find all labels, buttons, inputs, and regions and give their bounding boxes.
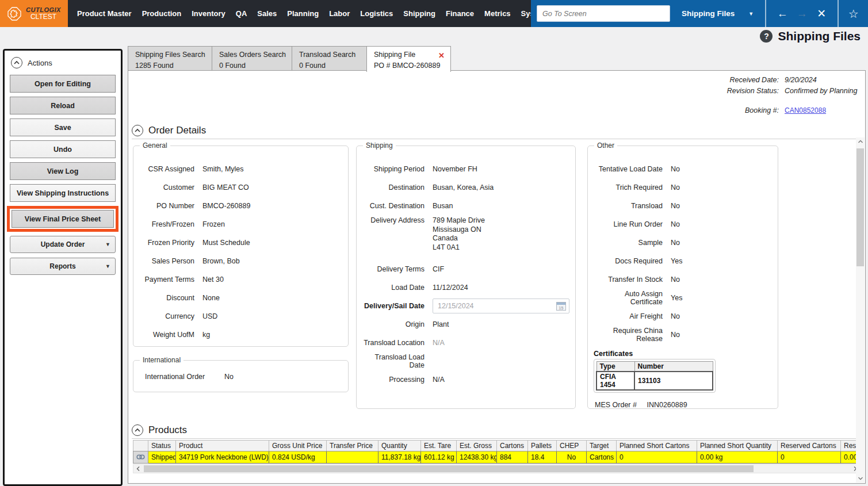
field-row: DiscountNone: [138, 289, 343, 307]
tab-subtitle: 1285 Found: [135, 60, 205, 71]
menu-item-metrics[interactable]: Metrics: [484, 9, 511, 18]
sail-date-input[interactable]: 12/15/2024 15: [433, 299, 569, 313]
field-value: Brown, Bob: [202, 257, 240, 265]
field-label: CSR Assigned: [138, 165, 202, 173]
field-value: November FH: [433, 165, 477, 173]
favorite-star-icon[interactable]: ☆: [839, 7, 868, 21]
field-label: Destination: [361, 183, 433, 192]
cell-product: 34719 Pork Neckbone (LWD): [176, 451, 269, 464]
field-value: N/A: [433, 376, 445, 384]
sail-date-value: 12/15/2024: [438, 302, 474, 310]
address-line: L4T 0A1: [433, 243, 485, 252]
tab-sales-orders-search[interactable]: Sales Orders Search 0 Found: [212, 46, 292, 71]
field-row: Transload Load Date: [361, 352, 571, 370]
field-label: Air Freight: [592, 312, 671, 320]
back-arrow-icon[interactable]: ←: [775, 7, 789, 20]
certificates-block: Certificates Type Number CFIA 1454 13110…: [594, 350, 773, 393]
chevron-down-icon: ▼: [748, 11, 754, 17]
collapse-products-icon[interactable]: [132, 424, 143, 436]
scroll-down-icon[interactable]: [856, 474, 865, 483]
field-value: No: [671, 239, 680, 247]
view-log-button[interactable]: View Log: [10, 162, 116, 180]
delivery-address-row: Delivery Address 789 Maple Drive Missisa…: [361, 215, 571, 260]
menu-item-qa[interactable]: QA: [236, 9, 247, 18]
international-groupbox: International International OrderNo: [133, 360, 349, 392]
product-row[interactable]: Shipped 34719 Pork Neckbone (LWD) 0.824 …: [133, 451, 861, 464]
cell-planned-short-quantity: 0.00 kg: [697, 451, 778, 464]
menu-item-planning[interactable]: Planning: [287, 9, 319, 18]
reports-dropdown[interactable]: Reports ▼: [10, 258, 116, 275]
col-product: Product: [176, 441, 269, 451]
booking-number-link[interactable]: CAN0852088: [785, 106, 826, 114]
reload-button[interactable]: Reload: [10, 97, 116, 114]
save-button[interactable]: Save: [10, 118, 116, 136]
field-row: Frozen PriorityMust Schedule: [138, 234, 343, 252]
tab-shipping-files-search[interactable]: Shipping Files Search 1285 Found: [128, 46, 212, 71]
forward-arrow-icon[interactable]: →: [795, 7, 809, 20]
open-for-editing-button[interactable]: Open for Editing: [10, 75, 116, 93]
document-tabs: Shipping Files Search 1285 Found Sales O…: [128, 46, 451, 72]
address-line: Canada: [433, 234, 485, 243]
scrollbar-thumb[interactable]: [856, 148, 864, 266]
field-label: Shipping Period: [361, 165, 433, 173]
environment-name: CLTEST: [30, 13, 56, 21]
shipping-legend: Shipping: [363, 141, 396, 150]
cell-pallets: 18.4: [528, 451, 557, 464]
field-value: No: [671, 312, 680, 320]
screen-selector-dropdown[interactable]: Shipping Files ▼: [670, 0, 765, 27]
field-label: Sample: [592, 239, 671, 247]
field-value: No: [671, 165, 680, 173]
update-order-label: Update Order: [41, 240, 85, 248]
menu-item-labor[interactable]: Labor: [329, 9, 350, 18]
help-icon[interactable]: ?: [760, 30, 773, 43]
close-tab-icon[interactable]: ✕: [438, 50, 445, 62]
menu-item-logistics[interactable]: Logistics: [360, 9, 393, 18]
vertical-scrollbar[interactable]: [856, 137, 865, 483]
top-nav-bar: CUTLOGIX CLTEST Product Master Productio…: [0, 0, 868, 27]
cell-gross-unit-price: 0.824 USD/kg: [269, 451, 327, 464]
screen-selector-label: Shipping Files: [682, 9, 735, 18]
menu-item-production[interactable]: Production: [142, 9, 182, 18]
menu-item-inventory[interactable]: Inventory: [192, 9, 225, 18]
field-label: International Order: [138, 373, 224, 381]
update-order-dropdown[interactable]: Update Order ▼: [10, 236, 116, 253]
collapse-order-details-icon[interactable]: [132, 125, 143, 136]
col-status: Status: [148, 441, 176, 451]
field-label: PO Number: [138, 202, 202, 210]
cell-cartons: 884: [497, 451, 528, 464]
field-value: Yes: [671, 257, 682, 265]
col-transfer-price: Transfer Price: [327, 441, 378, 451]
undo-button[interactable]: Undo: [10, 140, 116, 158]
view-shipping-instructions-button[interactable]: View Shipping Instructions: [10, 184, 116, 202]
field-value: Busan: [433, 202, 453, 210]
menu-item-shipping[interactable]: Shipping: [403, 9, 435, 18]
scrollbar-thumb[interactable]: [144, 465, 754, 472]
field-value: 11/12/2024: [433, 284, 468, 292]
field-value: CIF: [433, 265, 444, 273]
other-groupbox: Other Tentative Load DateNo Trich Requir…: [587, 146, 778, 409]
view-final-price-sheet-button[interactable]: View Final Price Sheet: [12, 210, 114, 228]
menu-item-system[interactable]: System: [521, 9, 531, 18]
international-legend: International: [140, 356, 183, 364]
field-label: Cust. Destination: [361, 202, 433, 210]
tab-shipping-file[interactable]: Shipping File PO # BMCO-260889 ✕: [366, 46, 451, 72]
scroll-up-icon[interactable]: [856, 137, 865, 146]
certificate-row[interactable]: CFIA 1454 131103: [596, 372, 713, 390]
scroll-left-icon[interactable]: [133, 465, 143, 473]
field-label: Processing: [361, 376, 433, 384]
close-screen-icon[interactable]: ✕: [815, 7, 828, 20]
collapse-actions-icon[interactable]: [11, 57, 22, 68]
horizontal-scrollbar[interactable]: [133, 464, 860, 473]
field-row: TransloadNo: [592, 197, 773, 215]
row-link-cell[interactable]: [133, 451, 148, 464]
tab-transload-search[interactable]: Transload Search 0 Found: [292, 46, 366, 71]
menu-item-finance[interactable]: Finance: [446, 9, 474, 18]
field-row: Auto Assign CertificateYes: [592, 289, 773, 307]
calendar-icon[interactable]: 15: [556, 302, 566, 311]
menu-item-sales[interactable]: Sales: [257, 9, 277, 18]
top-nav-right: Shipping Files ▼ ← → ✕ ☆: [531, 0, 868, 27]
menu-item-product-master[interactable]: Product Master: [77, 9, 132, 18]
go-to-screen-input[interactable]: [537, 5, 670, 22]
field-row: ProcessingN/A: [361, 370, 571, 389]
address-line: Missisauga ON: [433, 225, 485, 235]
